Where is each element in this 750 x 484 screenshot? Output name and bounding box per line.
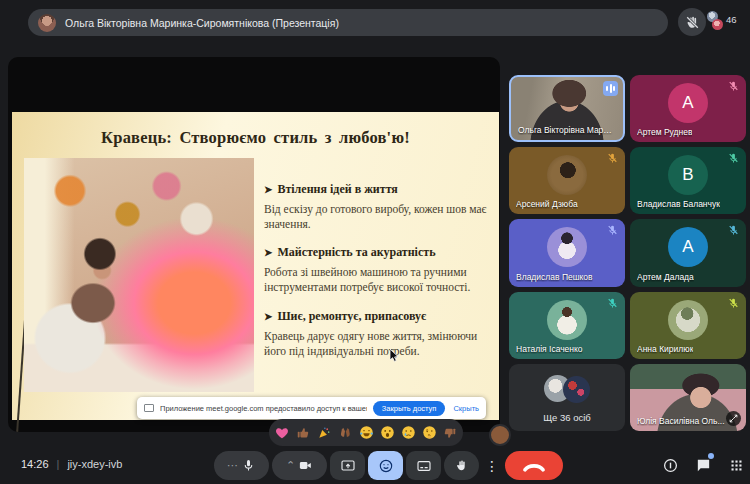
participant-count: 46: [726, 14, 737, 25]
presenter-pill-label: Ольга Вікторівна Маринка-Сиромятнікова (…: [65, 17, 339, 29]
avatar: [668, 300, 708, 340]
captions-button[interactable]: [406, 451, 441, 480]
reactions-button[interactable]: [368, 451, 403, 480]
mic-off-icon: [727, 152, 740, 165]
mic-off-icon: [727, 297, 740, 310]
avatar: А: [668, 227, 708, 267]
screen-share-banner: Приложение meet.google.com предоставило …: [137, 397, 486, 419]
bullet-arrow-icon: ➤: [264, 184, 272, 195]
overflow-label: Ще 36 осіб: [509, 412, 625, 423]
mic-off-icon: [606, 297, 619, 310]
bottom-right-tools: [660, 455, 746, 475]
chat-notification-dot: [708, 453, 714, 459]
avatar: А: [668, 83, 708, 123]
more-options-icon: ⋮: [485, 459, 499, 473]
bullet-arrow-icon: ➤: [264, 247, 272, 258]
camera-button[interactable]: ⌃: [272, 451, 327, 480]
avatar: [547, 155, 587, 195]
reactions-bar: [269, 419, 463, 446]
call-controls: ⋯ ⌃ ⋮: [214, 451, 563, 480]
mouse-cursor: [390, 348, 401, 366]
mic-off-icon: [606, 224, 619, 237]
slide-photo: [24, 158, 254, 392]
bullet-body: Кравець дарує одягу нове життя, змінюючи…: [264, 329, 490, 358]
presenter-pill[interactable]: Ольга Вікторівна Маринка-Сиромятнікова (…: [28, 9, 668, 36]
clock-time: 14:26: [21, 458, 49, 470]
participant-name: Наталія Ісаченко: [516, 344, 583, 354]
slide-bullet: ➤Втілення ідей в життя Від ескізу до гот…: [264, 182, 490, 231]
slide: Кравець: Створюємо стиль з любов'ю! ➤Вті…: [12, 112, 499, 420]
presentation-stage: Кравець: Створюємо стиль з любов'ю! ➤Вті…: [8, 57, 500, 432]
participant-tile[interactable]: В Владислав Баланчук: [630, 147, 746, 214]
participant-tile[interactable]: Владислав Пешков: [509, 219, 625, 286]
reaction-thumbs-up-button[interactable]: [295, 425, 311, 441]
hide-banner-link[interactable]: Скрыть: [453, 404, 479, 413]
overflow-tile[interactable]: Ще 36 осіб: [509, 364, 625, 431]
bullet-heading: Втілення ідей в життя: [277, 182, 397, 196]
participant-tile[interactable]: Юлія Василівна Оль...: [630, 364, 746, 431]
more-options-button[interactable]: ⋮: [482, 451, 502, 480]
hand-raise-button[interactable]: [444, 451, 479, 480]
leave-call-button[interactable]: [505, 451, 563, 480]
mic-options-icon[interactable]: ⋯: [227, 460, 238, 471]
share-banner-text: Приложение meet.google.com предоставило …: [160, 404, 367, 413]
camera-options-icon[interactable]: ⌃: [286, 460, 295, 471]
participant-name: Анна Кирилюк: [637, 344, 693, 354]
avatar: [547, 227, 587, 267]
avatar: [547, 300, 587, 340]
slide-bullets: ➤Втілення ідей в життя Від ескізу до гот…: [264, 182, 490, 372]
bullet-heading: Шиє, ремонтує, припасовує: [277, 309, 426, 323]
stop-sharing-button[interactable]: Закрыть доступ: [373, 401, 446, 416]
meeting-code: jiy-xdey-ivb: [67, 458, 122, 470]
reaction-open-mouth-face-button[interactable]: [379, 425, 395, 441]
bullet-body: Від ескізу до готового виробу, кожен шов…: [264, 202, 490, 231]
present-button[interactable]: [330, 451, 365, 480]
reaction-party-popper-button[interactable]: [316, 425, 332, 441]
mic-off-icon: [727, 224, 740, 237]
mic-button[interactable]: ⋯: [214, 451, 269, 480]
chat-button[interactable]: [693, 455, 713, 475]
presenter-avatar: [38, 14, 56, 32]
meeting-info: 14:26 | jiy-xdey-ivb: [21, 458, 122, 470]
audio-level-icon: [603, 81, 618, 96]
reaction-joy-face-button[interactable]: [358, 425, 374, 441]
avatar: В: [668, 155, 708, 195]
mic-off-icon: [606, 152, 619, 165]
meet-window: Ольга Вікторівна Маринка-Сиромятнікова (…: [0, 0, 750, 484]
participant-name: Ольга Вікторівна Марин...: [518, 125, 614, 135]
slide-bullet: ➤Майстерність та акуратність Робота зі ш…: [264, 245, 490, 294]
reaction-clapping-hands-button[interactable]: [337, 425, 353, 441]
skin-tone-selector[interactable]: [489, 424, 511, 446]
apps-grid-button[interactable]: [726, 455, 746, 475]
monitor-icon: [144, 404, 154, 412]
participant-name: Артем Руднев: [637, 127, 692, 137]
meeting-details-icon[interactable]: [660, 455, 680, 475]
reaction-crying-face-button[interactable]: [400, 425, 416, 441]
expand-tile-icon[interactable]: [726, 411, 741, 426]
reaction-thinking-face-button[interactable]: [421, 425, 437, 441]
participant-tile[interactable]: А Артем Руднев: [630, 75, 746, 142]
divider: |: [57, 458, 60, 470]
participant-name: Владислав Баланчук: [637, 199, 720, 209]
bullet-heading: Майстерність та акуратність: [277, 245, 435, 259]
participant-tile[interactable]: Наталія Ісаченко: [509, 292, 625, 359]
overflow-avatars: [544, 375, 590, 403]
participant-tile[interactable]: Ольга Вікторівна Марин...: [509, 75, 625, 142]
hand-gesture-off-icon[interactable]: [678, 8, 706, 36]
participant-name: Юлія Василівна Оль...: [637, 416, 725, 426]
bullet-arrow-icon: ➤: [264, 311, 272, 322]
participant-grid: Ольга Вікторівна Марин... А Артем Руднев…: [509, 75, 746, 431]
participant-tile[interactable]: Арсений Дзюба: [509, 147, 625, 214]
participant-tile[interactable]: А Артем Далада: [630, 219, 746, 286]
participant-name: Артем Далада: [637, 272, 694, 282]
bullet-body: Робота зі швейною машиною та ручними інс…: [264, 265, 490, 294]
participant-name: Владислав Пешков: [516, 272, 593, 282]
participant-name: Арсений Дзюба: [516, 199, 578, 209]
slide-title: Кравець: Створюємо стиль з любов'ю!: [12, 128, 499, 148]
slide-bullet: ➤Шиє, ремонтує, припасовує Кравець дарує…: [264, 309, 490, 358]
reaction-heart-button[interactable]: [274, 425, 290, 441]
participants-icon[interactable]: [705, 11, 725, 31]
mic-off-icon: [727, 80, 740, 93]
participant-tile[interactable]: Анна Кирилюк: [630, 292, 746, 359]
reaction-thumbs-down-button[interactable]: [442, 425, 458, 441]
